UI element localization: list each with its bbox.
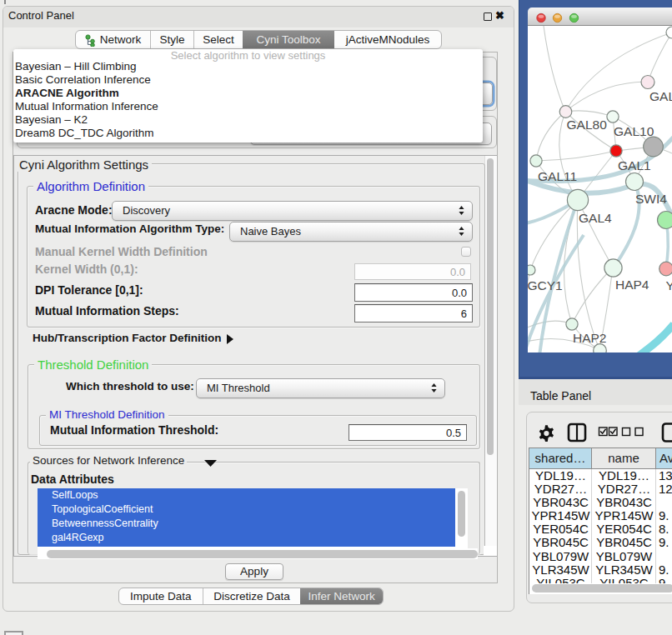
svg-text:GAL80: GAL80: [567, 118, 608, 132]
svg-text:GAL7: GAL7: [649, 89, 672, 103]
svg-text:GCY1: GCY1: [528, 278, 563, 292]
svg-text:HAP4: HAP4: [615, 278, 649, 292]
svg-text:GAL1: GAL1: [618, 158, 651, 172]
svg-text:SWI4: SWI4: [635, 192, 667, 206]
svg-text:YJ: YJ: [666, 278, 672, 292]
svg-text:GAL10: GAL10: [614, 124, 654, 138]
svg-text:GAL4: GAL4: [579, 211, 612, 225]
svg-text:HAP2: HAP2: [573, 331, 607, 345]
svg-text:GAL11: GAL11: [538, 169, 577, 183]
